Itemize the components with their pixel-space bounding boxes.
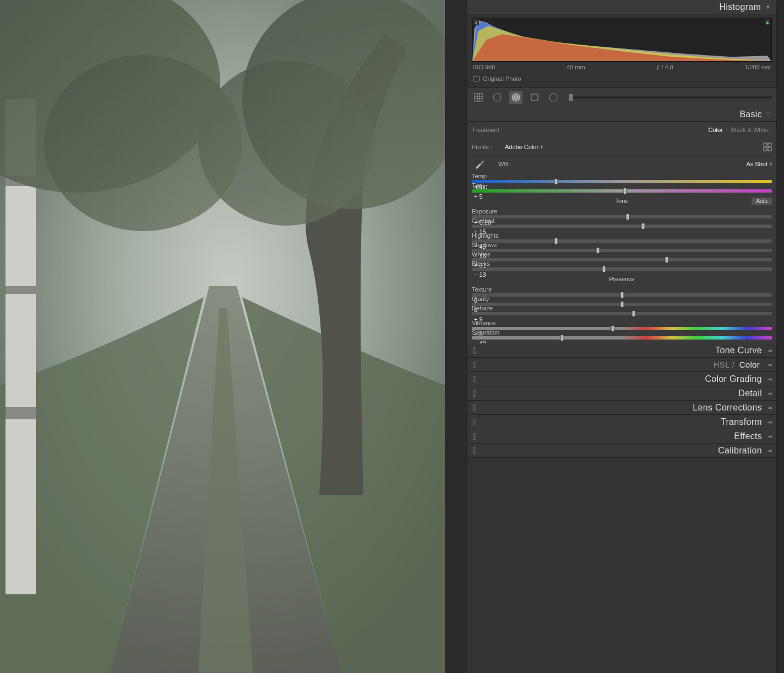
presence-subheader: Presence <box>472 272 772 286</box>
chevron-left-icon: ◂◂ <box>767 404 771 411</box>
image-preview[interactable] <box>0 0 445 673</box>
transform-header[interactable]: Transform ◂◂ <box>467 415 776 429</box>
chevron-left-icon: ◂◂ <box>767 447 771 453</box>
tone-subheader: Tone Auto <box>472 194 772 207</box>
basic-header[interactable]: Basic ▽ <box>467 107 776 122</box>
redeye-tool[interactable] <box>509 91 522 104</box>
profile-value[interactable]: Adobe Color <box>505 144 538 150</box>
panel-switch-icon[interactable] <box>473 404 476 411</box>
panel-switch-icon[interactable] <box>473 447 476 454</box>
svg-point-18 <box>514 96 518 99</box>
treatment-bw[interactable]: Black & White <box>728 127 772 133</box>
treatment-row: Treatment : Color | Black & White <box>472 122 772 138</box>
exposure-slider[interactable]: Exposure + 0,20 <box>472 207 772 217</box>
chevron-left-icon: ◂◂ <box>767 362 771 368</box>
chevron-left-icon: ◂◂ <box>767 419 771 425</box>
histogram-graph[interactable]: ▲ ▲ <box>472 18 772 62</box>
hsl-header[interactable]: HSL / Color ◂◂ <box>467 358 776 372</box>
calibration-header[interactable]: Calibration ◂◂ <box>467 444 776 458</box>
develop-panels: Histogram ▼ ▲ ▲ ISO 900 48 mm ƒ / 4,0 1/… <box>467 0 776 673</box>
crop-tool[interactable] <box>472 91 485 104</box>
original-photo-icon <box>473 76 480 81</box>
wb-value[interactable]: As Shot <box>746 161 767 167</box>
radial-filter-tool[interactable] <box>547 91 560 104</box>
updown-icon[interactable]: ▴▾ <box>541 145 543 149</box>
updown-icon[interactable]: ▴▾ <box>770 162 772 166</box>
exif-iso: ISO 900 <box>473 64 495 70</box>
shadow-clip-indicator[interactable]: ▲ <box>473 19 479 25</box>
chevron-left-icon: ◂◂ <box>767 433 771 439</box>
svg-rect-23 <box>764 147 767 151</box>
svg-rect-19 <box>531 94 538 101</box>
profile-browser-icon[interactable] <box>763 143 772 151</box>
tonecurve-header[interactable]: Tone Curve ◂◂ <box>467 343 776 358</box>
svg-rect-22 <box>768 143 771 146</box>
vibrance-slider[interactable]: Vibrance − 5 <box>472 319 772 329</box>
treatment-color[interactable]: Color <box>705 127 726 133</box>
slider-knob[interactable] <box>569 94 573 101</box>
chevron-left-icon: ◂◂ <box>767 390 771 396</box>
chevron-left-icon: ◂◂ <box>767 347 771 353</box>
spot-removal-tool[interactable] <box>491 91 504 104</box>
lens-header[interactable]: Lens Corrections ◂◂ <box>467 401 776 415</box>
panel-switch-icon[interactable] <box>473 376 476 382</box>
auto-tone-button[interactable]: Auto <box>752 198 772 205</box>
wb-row: WB : As Shot ▴▾ <box>472 156 772 172</box>
texture-slider[interactable]: Texture 0 <box>472 286 772 295</box>
basic-title: Basic <box>739 110 762 119</box>
local-adjustment-toolstrip <box>467 87 776 107</box>
svg-rect-24 <box>768 147 771 151</box>
chevron-left-icon: ◂◂ <box>767 376 771 382</box>
histogram-body: ▲ ▲ ISO 900 48 mm ƒ / 4,0 1/200 sec Orig… <box>467 14 776 87</box>
colorgrading-header[interactable]: Color Grading ◂◂ <box>467 372 776 386</box>
mask-amount-slider[interactable] <box>569 96 772 99</box>
panel-switch-icon[interactable] <box>473 390 476 397</box>
panel-switch-icon[interactable] <box>473 347 476 354</box>
basic-body: Treatment : Color | Black & White Profil… <box>467 122 776 343</box>
svg-point-20 <box>549 94 557 101</box>
svg-rect-9 <box>0 0 445 673</box>
highlight-clip-indicator[interactable]: ▲ <box>765 19 770 25</box>
histogram-title: Histogram <box>719 2 761 12</box>
exif-aperture: ƒ / 4,0 <box>656 64 673 70</box>
original-photo-row[interactable]: Original Photo <box>472 73 772 85</box>
panel-scrollbar[interactable] <box>776 0 784 673</box>
chevron-down-icon: ▼ <box>765 4 771 10</box>
treatment-label: Treatment : <box>472 127 503 133</box>
chevron-down-icon: ▽ <box>766 111 771 117</box>
panel-switch-icon[interactable] <box>473 419 476 425</box>
highlights-slider[interactable]: Highlights − 45 <box>472 232 772 241</box>
effects-header[interactable]: Effects ◂◂ <box>467 429 776 444</box>
panel-switch-icon[interactable] <box>473 362 476 368</box>
profile-label: Profile : <box>472 144 505 150</box>
svg-rect-21 <box>764 143 767 146</box>
graduated-filter-tool[interactable] <box>528 91 541 104</box>
exif-shutter: 1/200 sec <box>744 64 771 70</box>
wb-label: WB : <box>498 161 511 167</box>
original-photo-label: Original Photo <box>483 75 521 82</box>
eyedropper-tool[interactable] <box>472 156 487 172</box>
histogram-header[interactable]: Histogram ▼ <box>467 0 776 14</box>
exif-focal: 48 mm <box>567 64 585 70</box>
profile-row: Profile : Adobe Color ▴▾ <box>472 138 772 156</box>
panel-switch-icon[interactable] <box>473 433 476 440</box>
svg-line-16 <box>500 92 502 94</box>
sidebar-gutter <box>445 0 467 673</box>
svg-rect-10 <box>475 94 482 101</box>
svg-point-15 <box>493 94 501 101</box>
detail-header[interactable]: Detail ◂◂ <box>467 386 776 401</box>
exif-row: ISO 900 48 mm ƒ / 4,0 1/200 sec <box>472 62 772 72</box>
temp-slider[interactable]: Temp 4800 <box>472 172 772 182</box>
